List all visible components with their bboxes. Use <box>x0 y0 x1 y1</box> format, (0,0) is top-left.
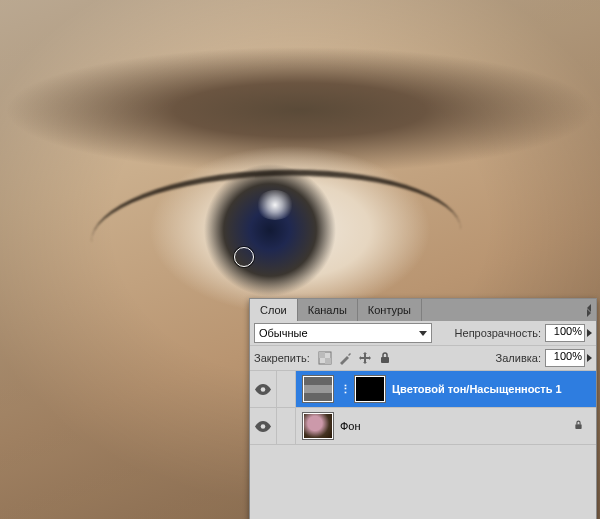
lock-position-icon[interactable] <box>358 351 372 365</box>
layer-body[interactable]: ⋮ Цветовой тон/Насыщенность 1 <box>296 371 596 407</box>
blend-mode-value: Обычные <box>259 327 308 339</box>
lock-buttons <box>318 351 392 365</box>
fill-input[interactable]: 100% <box>545 349 585 367</box>
link-column[interactable] <box>277 408 296 444</box>
layer-body[interactable]: Фон <box>296 408 596 444</box>
lock-all-icon[interactable] <box>378 351 392 365</box>
layer-row[interactable]: Фон <box>250 407 596 444</box>
chevron-down-icon <box>419 331 427 336</box>
svg-rect-1 <box>319 352 325 358</box>
image-detail <box>89 164 461 243</box>
svg-point-4 <box>261 387 266 392</box>
tab-paths[interactable]: Контуры <box>358 299 422 321</box>
svg-rect-6 <box>575 424 581 429</box>
blend-mode-select[interactable]: Обычные <box>254 323 432 343</box>
adjustment-thumb <box>302 375 334 403</box>
panel-tabbar: Слои Каналы Контуры <box>250 299 596 321</box>
opacity-input[interactable]: 100% <box>545 324 585 342</box>
svg-rect-3 <box>381 357 389 363</box>
eye-icon <box>255 384 271 395</box>
lock-icon <box>573 419 584 433</box>
visibility-toggle[interactable] <box>250 408 277 444</box>
lock-fill-row: Закрепить: Заливка: 100% <box>250 345 596 370</box>
layer-list: ⋮ Цветовой тон/Насыщенность 1 Фон <box>250 370 596 519</box>
blend-opacity-row: Обычные Непрозрачность: 100% <box>250 321 596 345</box>
layer-thumb <box>302 412 334 440</box>
tab-channels[interactable]: Каналы <box>298 299 358 321</box>
opacity-flyout-icon[interactable] <box>587 329 592 337</box>
panel-menu-button[interactable] <box>582 299 596 321</box>
mask-link-icon[interactable]: ⋮ <box>340 383 348 396</box>
layer-list-empty-area[interactable] <box>250 444 596 519</box>
tab-layers[interactable]: Слои <box>250 299 298 321</box>
layer-name: Цветовой тон/Насыщенность 1 <box>392 383 562 395</box>
opacity-label: Непрозрачность: <box>455 327 541 339</box>
layer-row[interactable]: ⋮ Цветовой тон/Насыщенность 1 <box>250 370 596 407</box>
fill-flyout-icon[interactable] <box>587 354 592 362</box>
eye-icon <box>255 421 271 432</box>
brush-cursor <box>234 247 254 267</box>
svg-rect-2 <box>325 358 331 364</box>
mask-thumb[interactable] <box>354 375 386 403</box>
lock-pixels-icon[interactable] <box>338 351 352 365</box>
layers-panel: Слои Каналы Контуры Обычные Непрозрачнос… <box>249 298 597 519</box>
fill-label: Заливка: <box>496 352 541 364</box>
link-column[interactable] <box>277 371 296 407</box>
lock-label: Закрепить: <box>254 352 310 364</box>
svg-point-5 <box>261 424 266 429</box>
lock-transparent-icon[interactable] <box>318 351 332 365</box>
visibility-toggle[interactable] <box>250 371 277 407</box>
layer-name: Фон <box>340 420 361 432</box>
